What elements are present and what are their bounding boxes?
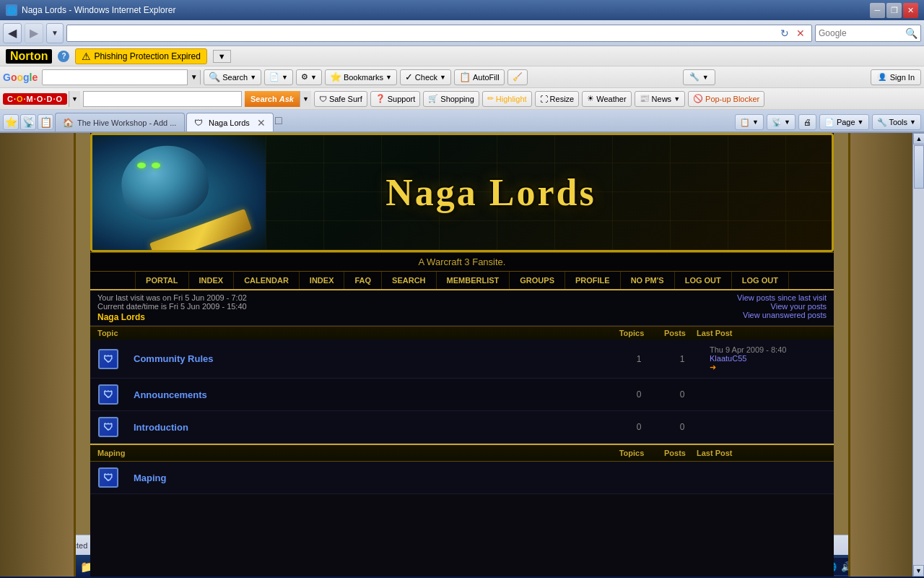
forum-last-poster-community[interactable]: KlaatuC55 bbox=[710, 354, 828, 363]
norton-warning[interactable]: ⚠ Phishing Protection Expired bbox=[75, 48, 206, 64]
popup-blocker-button[interactable]: 🚫Pop-up Blocker bbox=[688, 91, 764, 107]
feeds-button[interactable]: 📡 bbox=[20, 114, 36, 130]
page-button[interactable]: 📄 ▼ bbox=[264, 69, 293, 85]
topic-col-header: Topic bbox=[97, 329, 610, 337]
google-search-button[interactable]: 🔍 Search ▼ bbox=[204, 69, 261, 85]
site-banner: Naga Lords bbox=[90, 133, 834, 252]
history-button[interactable]: 📋 bbox=[38, 114, 53, 130]
search-input-right[interactable] bbox=[819, 28, 905, 38]
nav-faq[interactable]: FAQ bbox=[344, 272, 382, 289]
google-search-dropdown[interactable]: ▼ bbox=[187, 69, 200, 85]
bookmarks-button[interactable]: ⭐ Bookmarks ▼ bbox=[325, 69, 397, 85]
norton-logo: Norton bbox=[6, 49, 52, 64]
refresh-button[interactable]: ↻ bbox=[777, 25, 793, 41]
page-menu-button[interactable]: 📄 Page ▼ bbox=[819, 114, 869, 130]
comodo-bar: C·O·M·O·D·O ▼ Search Ask ▼ 🛡Safe Surf ❓S… bbox=[0, 88, 924, 110]
scrollbar: ▲ ▼ bbox=[912, 133, 924, 577]
comodo-search-text[interactable] bbox=[84, 94, 241, 104]
minimize-button[interactable]: ─ bbox=[870, 3, 885, 18]
forum-posts-announcements: 0 bbox=[661, 384, 704, 405]
tab-close-2[interactable]: ✕ bbox=[257, 117, 266, 129]
last-visit-text: Your last visit was on Fri 5 Jun 2009 - … bbox=[97, 293, 247, 302]
support-button[interactable]: ❓Support bbox=[370, 91, 421, 107]
autofill-button[interactable]: 📋 AutoFill bbox=[454, 69, 505, 85]
nav-logout2[interactable]: LOG OUT bbox=[732, 272, 789, 289]
nav-calendar[interactable]: CALENDAR bbox=[234, 272, 300, 289]
check-button[interactable]: ✓ Check ▼ bbox=[400, 69, 451, 85]
url-input[interactable]: http://nagalords.forumotion.net/index.ht… bbox=[70, 28, 777, 38]
sign-in-button[interactable]: 👤 Sign In bbox=[871, 69, 921, 85]
forum-icon-announcements: 🛡 bbox=[90, 379, 126, 410]
scroll-up-button[interactable]: ▲ bbox=[913, 133, 924, 144]
nav-portal[interactable]: PORTAL bbox=[135, 272, 188, 289]
forum-row-maping: 🛡 Maping bbox=[90, 462, 834, 494]
nav-groups[interactable]: GROUPS bbox=[510, 272, 565, 289]
stop-button[interactable]: ✕ bbox=[793, 25, 808, 41]
new-tab-button[interactable]: □ bbox=[275, 114, 291, 130]
print-button[interactable]: 🖨 bbox=[798, 114, 816, 130]
google-logo: Google bbox=[3, 72, 38, 83]
back-button[interactable]: ◀ bbox=[3, 23, 22, 43]
nav-memberlist[interactable]: MEMBERLIST bbox=[437, 272, 510, 289]
window-title: Naga Lords - Windows Internet Explorer bbox=[22, 5, 175, 15]
safe-surf-button[interactable]: 🛡Safe Surf bbox=[314, 91, 367, 107]
close-button[interactable]: ✕ bbox=[903, 3, 918, 18]
restore-button[interactable]: ❐ bbox=[886, 3, 902, 18]
comodo-dropdown[interactable]: ▼ bbox=[69, 91, 80, 107]
more-nav-button[interactable]: ▼ bbox=[46, 23, 64, 43]
search-go-button[interactable]: 🔍 bbox=[905, 27, 918, 39]
forum-link-community-rules[interactable]: Community Rules bbox=[134, 353, 214, 364]
nav-index1[interactable]: INDEX bbox=[189, 272, 235, 289]
settings-button[interactable]: ⚙ ▼ bbox=[296, 69, 322, 85]
forum-last-post-community: Thu 9 Apr 2009 - 8:40 KlaatuC55 ➜ bbox=[704, 340, 834, 378]
section2-last-post-col: Last Post bbox=[697, 449, 827, 457]
news-button[interactable]: 📰News ▼ bbox=[635, 91, 685, 107]
ie-icon: 🌐 bbox=[6, 4, 17, 16]
nav-nopms[interactable]: NO PM'S bbox=[621, 272, 675, 289]
new-post-icon-1: ➜ bbox=[710, 363, 716, 371]
comodo-logo: C·O·M·O·D·O bbox=[3, 93, 67, 105]
comodo-search-button[interactable]: Search Ask bbox=[245, 91, 300, 107]
site-name-link[interactable]: Naga Lords bbox=[97, 312, 145, 322]
tabs-bar: ⭐ 📡 📋 🏠 The Hive Workshop - Add ... 🛡 Na… bbox=[0, 110, 924, 133]
url-container: http://nagalords.forumotion.net/index.ht… bbox=[66, 25, 812, 42]
comodo-ask-dropdown[interactable]: ▼ bbox=[300, 91, 311, 107]
forum-row-community-rules: 🛡 Community Rules 1 1 Thu 9 Apr 2009 - 8… bbox=[90, 340, 834, 379]
tools-menu-button[interactable]: 🔧 Tools ▼ bbox=[872, 114, 921, 130]
tab-list-button[interactable]: 📋 ▼ bbox=[735, 114, 764, 130]
scroll-down-button[interactable]: ▼ bbox=[913, 565, 924, 577]
google-search-input[interactable] bbox=[43, 72, 187, 82]
view-unanswered-link[interactable]: View unanswered posts bbox=[737, 311, 827, 319]
tab-hive-workshop[interactable]: 🏠 The Hive Workshop - Add ... bbox=[55, 113, 185, 131]
google-toolbar: Google ▼ 🔍 Search ▼ 📄 ▼ ⚙ ▼ ⭐ Bookmarks … bbox=[0, 66, 924, 88]
forum-link-introduction[interactable]: Introduction bbox=[134, 422, 188, 433]
forward-button[interactable]: ▶ bbox=[25, 23, 43, 43]
view-posts-since-link[interactable]: View posts since last visit bbox=[737, 293, 827, 302]
norton-help-button[interactable]: ? bbox=[58, 51, 69, 62]
favorites-button[interactable]: ⭐ bbox=[3, 114, 19, 130]
scroll-thumb[interactable] bbox=[914, 145, 924, 189]
wrench-button[interactable]: 🔧 ▼ bbox=[683, 69, 715, 85]
highlight-button[interactable]: ✏Highlight bbox=[482, 91, 532, 107]
weather-button[interactable]: ☀Weather bbox=[582, 91, 631, 107]
forum-posts-community: 1 bbox=[661, 348, 704, 370]
forum-link-announcements[interactable]: Announcements bbox=[134, 389, 207, 400]
norton-dropdown[interactable]: ▼ bbox=[213, 50, 231, 63]
forum-link-maping[interactable]: Maping bbox=[134, 473, 167, 483]
clean-button[interactable]: 🧹 bbox=[507, 69, 528, 85]
forum-shield-icon-2: 🛡 bbox=[98, 384, 118, 405]
view-your-posts-link[interactable]: View your posts bbox=[737, 302, 827, 311]
shopping-button[interactable]: 🛒Shopping bbox=[423, 91, 479, 107]
section2-posts-col: Posts bbox=[653, 449, 697, 457]
forum-header: Topic Topics Posts Last Post bbox=[90, 326, 834, 340]
nav-profile[interactable]: PROFILE bbox=[565, 272, 621, 289]
nav-search[interactable]: SEARCH bbox=[382, 272, 436, 289]
resize-button[interactable]: ⛶Resize bbox=[535, 91, 580, 107]
forum-topics-announcements: 0 bbox=[617, 384, 661, 405]
title-bar: 🌐 Naga Lords - Windows Internet Explorer… bbox=[0, 0, 924, 20]
nav-logout1[interactable]: LOG OUT bbox=[675, 272, 732, 289]
rss-button[interactable]: 📡 ▼ bbox=[767, 114, 796, 130]
tab-naga-lords[interactable]: 🛡 Naga Lords ✕ bbox=[186, 113, 274, 131]
forum-row-introduction: 🛡 Introduction 0 0 bbox=[90, 411, 834, 444]
nav-index2[interactable]: INDEX bbox=[300, 272, 345, 289]
